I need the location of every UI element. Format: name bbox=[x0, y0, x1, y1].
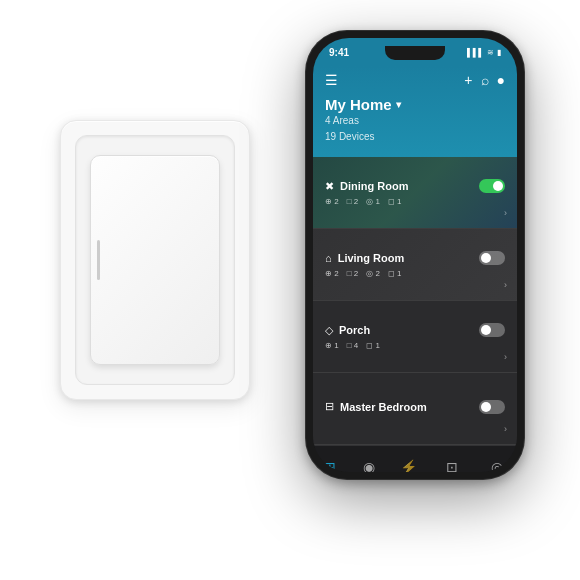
toggle-knob bbox=[481, 253, 491, 263]
nav-item-energy[interactable]: ⚡ Energy bbox=[397, 459, 419, 472]
phone-screen: 9:41 ▌▌▌ ≋ ▮ ☰ + ⌕ ● My Home bbox=[313, 38, 517, 472]
notch bbox=[385, 46, 445, 60]
room-content: ⊟ Master Bedroom bbox=[313, 373, 517, 444]
nav-item-scenes[interactable]: ◎ Scenes bbox=[485, 459, 508, 472]
room-toggle-dining[interactable] bbox=[479, 179, 505, 193]
list-item[interactable]: ◇ Porch ⊕ 1 □ 4 ◻ 1 bbox=[313, 301, 517, 373]
room-header: ⌂ Living Room bbox=[325, 251, 505, 265]
mode-toggle-icon[interactable]: ● bbox=[497, 72, 505, 88]
room-content: ◇ Porch ⊕ 1 □ 4 ◻ 1 bbox=[313, 301, 517, 372]
room-icon-living: ⌂ bbox=[325, 252, 332, 264]
areas-label: 4 Areas bbox=[325, 113, 505, 129]
room-toggle-porch[interactable] bbox=[479, 323, 505, 337]
room-content: ✖ Dining Room ⊕ 2 □ 2 ◎ 1 ◻ 1 bbox=[313, 157, 517, 228]
home-title[interactable]: My Home bbox=[325, 96, 505, 113]
switch-plate bbox=[75, 135, 235, 385]
app-nav: ☰ + ⌕ ● bbox=[325, 72, 505, 88]
room-toggle-master[interactable] bbox=[479, 400, 505, 414]
switch-paddle[interactable] bbox=[90, 155, 220, 365]
room-header: ◇ Porch bbox=[325, 323, 505, 337]
toggle-knob bbox=[481, 325, 491, 335]
nav-item-areas[interactable]: ⊞ Areas bbox=[321, 459, 339, 472]
search-icon[interactable]: ⌕ bbox=[481, 72, 489, 88]
stat-4: ◻ 1 bbox=[388, 197, 402, 206]
room-stats-dining: ⊕ 2 □ 2 ◎ 1 ◻ 1 bbox=[325, 197, 505, 206]
stat-3: ◻ 1 bbox=[366, 341, 380, 350]
room-content: ⌂ Living Room ⊕ 2 □ 2 ◎ 2 ◻ 1 bbox=[313, 229, 517, 300]
app-header: ☰ + ⌕ ● My Home 4 Areas 19 Devices bbox=[313, 66, 517, 157]
room-list: ✖ Dining Room ⊕ 2 □ 2 ◎ 1 ◻ 1 bbox=[313, 157, 517, 445]
room-name-living: Living Room bbox=[338, 252, 405, 264]
list-item[interactable]: ⊟ Master Bedroom › bbox=[313, 373, 517, 445]
stat-4: ◻ 1 bbox=[388, 269, 402, 278]
battery-icon: ▮ bbox=[497, 48, 501, 57]
toggle-knob bbox=[481, 402, 491, 412]
list-item[interactable]: ✖ Dining Room ⊕ 2 □ 2 ◎ 1 ◻ 1 bbox=[313, 157, 517, 229]
room-name-row: ⊟ Master Bedroom bbox=[325, 400, 427, 413]
toggle-knob bbox=[493, 181, 503, 191]
stat-3: ◎ 1 bbox=[366, 197, 380, 206]
home-subtitle: 4 Areas 19 Devices bbox=[325, 113, 505, 145]
wifi-icon: ≋ bbox=[487, 48, 494, 57]
nav-item-devices[interactable]: ◉ Devices bbox=[356, 459, 381, 472]
room-name-master: Master Bedroom bbox=[340, 401, 427, 413]
room-icon-porch: ◇ bbox=[325, 324, 333, 337]
stat-2: □ 2 bbox=[347, 197, 359, 206]
add-icon[interactable]: + bbox=[464, 72, 472, 88]
status-time: 9:41 bbox=[329, 47, 349, 58]
room-name-row: ⌂ Living Room bbox=[325, 252, 404, 264]
stat-1: ⊕ 2 bbox=[325, 269, 339, 278]
room-stats-living: ⊕ 2 □ 2 ◎ 2 ◻ 1 bbox=[325, 269, 505, 278]
menu-icon[interactable]: ☰ bbox=[325, 72, 338, 88]
signal-icon: ▌▌▌ bbox=[467, 48, 484, 57]
room-toggle-living[interactable] bbox=[479, 251, 505, 265]
scene: 9:41 ▌▌▌ ≋ ▮ ☰ + ⌕ ● My Home bbox=[0, 0, 580, 580]
devices-icon: ◉ bbox=[363, 459, 375, 472]
room-stats-porch: ⊕ 1 □ 4 ◻ 1 bbox=[325, 341, 505, 350]
bottom-nav: ⊞ Areas ◉ Devices ⚡ Energy ⊡ Schedules ◎ bbox=[313, 445, 517, 472]
room-icon-dining: ✖ bbox=[325, 180, 334, 193]
room-name-porch: Porch bbox=[339, 324, 370, 336]
stat-2: □ 4 bbox=[347, 341, 359, 350]
devices-label: 19 Devices bbox=[325, 129, 505, 145]
list-item[interactable]: ⌂ Living Room ⊕ 2 □ 2 ◎ 2 ◻ 1 bbox=[313, 229, 517, 301]
stat-2: □ 2 bbox=[347, 269, 359, 278]
room-name-row: ✖ Dining Room bbox=[325, 180, 408, 193]
scenes-icon: ◎ bbox=[491, 459, 503, 472]
areas-icon: ⊞ bbox=[324, 459, 336, 472]
energy-icon: ⚡ bbox=[400, 459, 417, 472]
room-icon-master: ⊟ bbox=[325, 400, 334, 413]
phone: 9:41 ▌▌▌ ≋ ▮ ☰ + ⌕ ● My Home bbox=[305, 30, 525, 480]
room-header: ✖ Dining Room bbox=[325, 179, 505, 193]
schedules-icon: ⊡ bbox=[446, 459, 458, 472]
nav-right: + ⌕ ● bbox=[464, 72, 505, 88]
nav-item-schedules[interactable]: ⊡ Schedules bbox=[436, 459, 469, 472]
status-icons: ▌▌▌ ≋ ▮ bbox=[467, 48, 501, 57]
light-switch bbox=[60, 120, 250, 400]
room-name-row: ◇ Porch bbox=[325, 324, 370, 337]
room-name-dining: Dining Room bbox=[340, 180, 408, 192]
stat-1: ⊕ 1 bbox=[325, 341, 339, 350]
stat-1: ⊕ 2 bbox=[325, 197, 339, 206]
stat-3: ◎ 2 bbox=[366, 269, 380, 278]
room-header: ⊟ Master Bedroom bbox=[325, 400, 505, 414]
